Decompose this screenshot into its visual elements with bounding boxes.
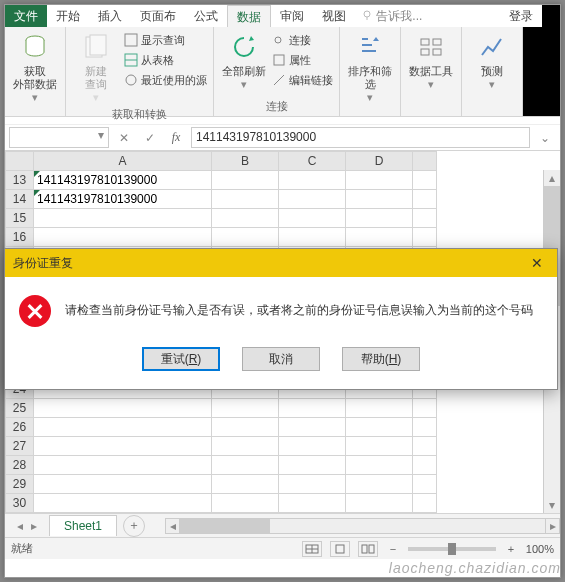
table-row[interactable]: 30 bbox=[6, 494, 437, 513]
tab-data[interactable]: 数据 bbox=[227, 5, 271, 27]
horizontal-scrollbar[interactable]: ◂ ▸ bbox=[165, 518, 560, 534]
row-header[interactable]: 14 bbox=[6, 190, 34, 209]
cell[interactable] bbox=[279, 456, 346, 475]
cell[interactable] bbox=[413, 228, 437, 247]
cell[interactable] bbox=[413, 190, 437, 209]
cell[interactable] bbox=[413, 209, 437, 228]
arrow-left-icon[interactable]: ◂ bbox=[17, 519, 23, 533]
cell[interactable] bbox=[212, 190, 279, 209]
cell[interactable] bbox=[34, 437, 212, 456]
sheet-nav-arrows[interactable]: ◂▸ bbox=[5, 519, 49, 533]
new-query-button[interactable]: 新建 查询 ▾ bbox=[72, 31, 120, 105]
cell[interactable] bbox=[279, 418, 346, 437]
scroll-up-arrow-icon[interactable]: ▴ bbox=[544, 170, 560, 186]
scrollbar-thumb[interactable] bbox=[180, 519, 270, 533]
cell[interactable] bbox=[212, 228, 279, 247]
cell[interactable] bbox=[413, 437, 437, 456]
data-tools-button[interactable]: 数据工具 ▾ bbox=[407, 31, 455, 91]
cell[interactable] bbox=[346, 494, 413, 513]
cell[interactable] bbox=[279, 171, 346, 190]
cell[interactable] bbox=[346, 171, 413, 190]
edit-links-button[interactable]: 编辑链接 bbox=[272, 71, 333, 89]
normal-view-button[interactable] bbox=[302, 541, 322, 557]
cell[interactable] bbox=[346, 209, 413, 228]
scroll-left-arrow-icon[interactable]: ◂ bbox=[166, 519, 180, 533]
cell[interactable] bbox=[212, 418, 279, 437]
zoom-slider[interactable] bbox=[408, 547, 496, 551]
cell[interactable] bbox=[413, 475, 437, 494]
page-layout-view-button[interactable] bbox=[330, 541, 350, 557]
row-header[interactable]: 15 bbox=[6, 209, 34, 228]
get-external-data-button[interactable]: 获取 外部数据 ▾ bbox=[11, 31, 59, 105]
cell[interactable] bbox=[346, 437, 413, 456]
cell[interactable] bbox=[346, 228, 413, 247]
column-header[interactable]: B bbox=[212, 152, 279, 171]
cell[interactable] bbox=[346, 190, 413, 209]
cell[interactable] bbox=[346, 418, 413, 437]
column-header[interactable]: D bbox=[346, 152, 413, 171]
cell[interactable] bbox=[279, 399, 346, 418]
connections-button[interactable]: 连接 bbox=[272, 31, 333, 49]
login-link[interactable]: 登录 bbox=[500, 5, 542, 27]
cell[interactable] bbox=[346, 399, 413, 418]
cell[interactable] bbox=[413, 494, 437, 513]
cancel-button[interactable]: 取消 bbox=[242, 347, 320, 371]
arrow-right-icon[interactable]: ▸ bbox=[31, 519, 37, 533]
insert-function-button[interactable]: fx bbox=[165, 127, 187, 148]
table-row[interactable]: 29 bbox=[6, 475, 437, 494]
from-table-button[interactable]: 从表格 bbox=[124, 51, 207, 69]
cell[interactable] bbox=[413, 171, 437, 190]
row-header[interactable]: 13 bbox=[6, 171, 34, 190]
cell[interactable] bbox=[34, 418, 212, 437]
tab-home[interactable]: 开始 bbox=[47, 5, 89, 27]
row-header[interactable]: 26 bbox=[6, 418, 34, 437]
tab-insert[interactable]: 插入 bbox=[89, 5, 131, 27]
recent-sources-button[interactable]: 最近使用的源 bbox=[124, 71, 207, 89]
cell[interactable] bbox=[212, 475, 279, 494]
row-header[interactable]: 27 bbox=[6, 437, 34, 456]
zoom-out-button[interactable]: − bbox=[386, 543, 400, 555]
refresh-all-button[interactable]: 全部刷新 ▾ bbox=[220, 31, 268, 91]
cell[interactable] bbox=[34, 209, 212, 228]
cell[interactable] bbox=[34, 475, 212, 494]
table-row[interactable]: 28 bbox=[6, 456, 437, 475]
sort-filter-button[interactable]: 排序和筛选 ▾ bbox=[346, 31, 394, 105]
cell[interactable] bbox=[212, 494, 279, 513]
cell[interactable] bbox=[34, 228, 212, 247]
table-row[interactable]: 27 bbox=[6, 437, 437, 456]
row-header[interactable]: 28 bbox=[6, 456, 34, 475]
cell[interactable]: 141143197810139000 bbox=[34, 190, 212, 209]
cell[interactable] bbox=[34, 494, 212, 513]
formula-input[interactable]: 141143197810139000 bbox=[191, 127, 530, 148]
page-break-view-button[interactable] bbox=[358, 541, 378, 557]
cell[interactable] bbox=[346, 456, 413, 475]
scroll-right-arrow-icon[interactable]: ▸ bbox=[545, 519, 559, 533]
cell[interactable] bbox=[212, 437, 279, 456]
column-header-partial[interactable] bbox=[413, 152, 437, 171]
table-row[interactable]: 13141143197810139000 bbox=[6, 171, 437, 190]
table-row[interactable]: 26 bbox=[6, 418, 437, 437]
cell[interactable] bbox=[34, 456, 212, 475]
row-header[interactable]: 16 bbox=[6, 228, 34, 247]
cell[interactable]: 141143197810139000 bbox=[34, 171, 212, 190]
row-header[interactable]: 25 bbox=[6, 399, 34, 418]
sheet-tab[interactable]: Sheet1 bbox=[49, 515, 117, 536]
help-button[interactable]: 帮助(H) bbox=[342, 347, 420, 371]
cell[interactable] bbox=[346, 475, 413, 494]
cell[interactable] bbox=[212, 209, 279, 228]
row-header[interactable]: 30 bbox=[6, 494, 34, 513]
table-row[interactable]: 15 bbox=[6, 209, 437, 228]
chevron-down-icon[interactable]: ▾ bbox=[98, 128, 104, 142]
zoom-slider-thumb[interactable] bbox=[448, 543, 456, 555]
tell-me[interactable]: 告诉我... bbox=[355, 5, 428, 27]
properties-button[interactable]: 属性 bbox=[272, 51, 333, 69]
cancel-formula-button[interactable]: ✕ bbox=[113, 127, 135, 148]
column-header[interactable]: A bbox=[34, 152, 212, 171]
cell[interactable] bbox=[279, 437, 346, 456]
retry-button[interactable]: 重试(R) bbox=[142, 347, 220, 371]
tab-file[interactable]: 文件 bbox=[5, 5, 47, 27]
cell[interactable] bbox=[413, 456, 437, 475]
dialog-title-bar[interactable]: 身份证重复 ✕ bbox=[5, 249, 557, 277]
column-header[interactable]: C bbox=[279, 152, 346, 171]
tab-pagelayout[interactable]: 页面布 bbox=[131, 5, 185, 27]
